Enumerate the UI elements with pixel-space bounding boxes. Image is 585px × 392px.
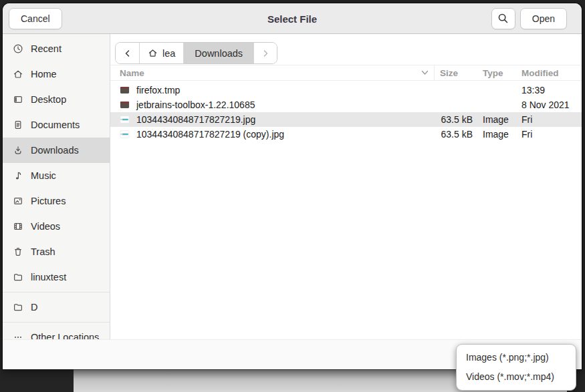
file-size: 63.5 kB [435, 114, 476, 125]
column-header-size[interactable]: Size [435, 68, 476, 78]
sort-indicator-icon [421, 70, 429, 75]
sidebar-entry: Other Locations [3, 325, 110, 339]
file-type: Image [476, 129, 515, 140]
file-name-cell: 10344340848717827219 (copy).jpg [110, 129, 435, 140]
chevron-right-icon [261, 49, 269, 57]
file-list: firefox.tmp 13:39 jetbrains-toolbox-1.22… [110, 81, 582, 339]
sidebar-item-label: Recent [31, 43, 62, 54]
column-header-name-label: Name [120, 68, 144, 78]
forward-button[interactable] [254, 43, 277, 63]
sidebar-item-label: Downloads [31, 145, 79, 156]
file-row[interactable]: 10344340848717827219 (copy).jpg 63.5 kB … [110, 127, 582, 142]
sidebar-item[interactable]: Videos [3, 214, 110, 239]
file-name-cell: firefox.tmp [110, 85, 435, 95]
sidebar-item[interactable]: linuxtest [3, 264, 110, 290]
sidebar-separator [3, 322, 110, 323]
sidebar-entry: Pictures [3, 188, 110, 214]
trash-icon [13, 246, 23, 257]
sidebar-item-label: Documents [31, 120, 80, 130]
sidebar-item-label: Music [31, 170, 56, 181]
downloads-icon [13, 145, 23, 156]
sidebar-item[interactable]: Downloads [3, 138, 110, 163]
filter-menu-item[interactable]: Images (*.png;*.jpg) [457, 348, 576, 367]
sidebar-item-label: Desktop [31, 94, 66, 105]
folder-solid-icon [119, 100, 130, 110]
sidebar-item[interactable]: Music [3, 163, 110, 188]
dialog-content: Recent Home [3, 34, 582, 339]
file-modified: Fri [515, 129, 575, 140]
home-icon [148, 48, 158, 58]
image-thumbnail-icon [119, 115, 130, 124]
folder-icon [13, 272, 23, 282]
sidebar-item[interactable]: Documents [3, 112, 110, 138]
sidebar: Recent Home [3, 34, 110, 339]
sidebar-item[interactable]: Pictures [3, 188, 110, 214]
sidebar-item-label: Other Locations [31, 332, 99, 339]
file-row[interactable]: firefox.tmp 13:39 [110, 83, 582, 97]
sidebar-item[interactable]: Trash [3, 239, 110, 264]
sidebar-entry: Music [3, 163, 110, 188]
column-header-modified[interactable]: Modified [515, 68, 575, 78]
music-icon [13, 170, 23, 181]
file-pane: lea Downloads Name Size Type [110, 34, 582, 339]
breadcrumb-current-folder[interactable]: Downloads [184, 43, 254, 63]
sidebar-item[interactable]: Home [3, 61, 110, 87]
file-row[interactable]: jetbrains-toolbox-1.22.10685 8 Nov 2021 [110, 97, 582, 112]
other-locations-icon [13, 332, 23, 339]
videos-icon [13, 221, 23, 232]
search-icon [497, 13, 509, 24]
file-filter-menu: Images (*.png;*.jpg) Videos (*.mov;*.mp4… [456, 344, 576, 391]
recent-icon [13, 43, 23, 54]
folder-icon [13, 302, 23, 313]
search-button[interactable] [491, 8, 515, 29]
file-modified: 8 Nov 2021 [515, 100, 575, 110]
folder-solid-icon [119, 85, 130, 95]
file-name: 10344340848717827219.jpg [136, 114, 255, 125]
sidebar-item[interactable]: Recent [3, 36, 110, 61]
file-size: 63.5 kB [435, 129, 476, 140]
path-bar: lea Downloads [115, 42, 277, 64]
sidebar-entry: Trash [3, 239, 110, 264]
breadcrumb-home-label: lea [162, 48, 175, 59]
back-button[interactable] [116, 43, 140, 63]
column-header-name[interactable]: Name [110, 65, 435, 80]
sidebar-item[interactable]: D [3, 295, 110, 320]
file-chooser-dialog: Cancel Select File Open Recent [3, 3, 582, 369]
column-header-type[interactable]: Type [476, 68, 515, 78]
sidebar-item-label: linuxtest [31, 272, 66, 282]
sidebar-item-label: Home [31, 69, 57, 79]
sidebar-item[interactable]: Other Locations [3, 325, 110, 339]
breadcrumb-home[interactable]: lea [140, 43, 184, 63]
file-modified: Fri [515, 114, 575, 125]
chevron-left-icon [124, 49, 132, 57]
sidebar-item-label: Pictures [31, 196, 66, 206]
dialog-title: Select File [267, 13, 317, 24]
sidebar-item[interactable]: Desktop [3, 87, 110, 112]
sidebar-entry: D [3, 295, 110, 323]
sidebar-entry: Videos [3, 214, 110, 239]
file-type: Image [476, 114, 515, 125]
pictures-icon [13, 196, 23, 206]
home-icon [13, 69, 23, 79]
documents-icon [13, 120, 23, 130]
sidebar-item-label: Videos [31, 221, 60, 232]
image-thumbnail-icon [119, 130, 130, 139]
file-name-cell: 10344340848717827219.jpg [110, 114, 435, 125]
sidebar-entry: linuxtest [3, 264, 110, 292]
sidebar-entry: Desktop [3, 87, 110, 112]
sidebar-entry: Documents [3, 112, 110, 138]
filter-menu-item[interactable]: Videos (*.mov;*.mp4) [457, 367, 576, 387]
screen-background: Cancel Select File Open Recent [0, 0, 585, 392]
open-button[interactable]: Open [520, 8, 567, 29]
dialog-titlebar: Cancel Select File Open [3, 3, 582, 34]
sidebar-separator [3, 292, 110, 292]
file-row[interactable]: 10344340848717827219.jpg 63.5 kB Image F… [110, 112, 582, 127]
sidebar-item-label: D [31, 302, 37, 313]
file-modified: 13:39 [515, 85, 575, 95]
sidebar-entry: Home [3, 61, 110, 87]
cancel-button[interactable]: Cancel [9, 8, 62, 29]
file-name: firefox.tmp [136, 85, 180, 95]
file-name: 10344340848717827219 (copy).jpg [136, 129, 284, 140]
sidebar-item-label: Trash [31, 246, 55, 257]
sidebar-entry: Downloads [3, 138, 110, 163]
